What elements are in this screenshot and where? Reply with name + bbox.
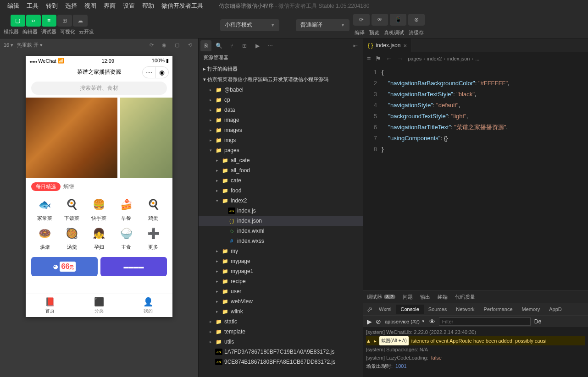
category-item[interactable]: 🐟家常菜 bbox=[31, 197, 58, 222]
tree-item[interactable]: { }index.json bbox=[199, 216, 363, 226]
tree-item[interactable]: ▸📁static bbox=[199, 317, 363, 327]
category-item[interactable]: 🥘汤羹 bbox=[58, 225, 85, 251]
clear-console-icon[interactable]: ⊘ bbox=[376, 318, 381, 325]
clear-cache-button[interactable]: ⊗ bbox=[408, 14, 425, 26]
debug-subtab[interactable]: Sources bbox=[424, 305, 451, 314]
files-icon[interactable]: ⎘ bbox=[200, 40, 211, 51]
tree-item[interactable]: ▸📁template bbox=[199, 327, 363, 337]
context-dropdown[interactable]: appservice (#2) ▼ bbox=[385, 319, 425, 324]
tree-item[interactable]: ▸📁mypage1 bbox=[199, 266, 363, 276]
forward-icon[interactable]: → bbox=[397, 55, 403, 62]
tree-item[interactable]: JS1A7FD9A7867180BF7C19B1A0A9E83172.js bbox=[199, 347, 363, 357]
tree-item[interactable]: ▸📁all_cate bbox=[199, 155, 363, 165]
debugger-toggle[interactable]: ≡ bbox=[42, 15, 56, 27]
tree-item[interactable]: ▸📁cate bbox=[199, 175, 363, 186]
menu-item[interactable]: 设置 bbox=[119, 0, 139, 12]
tree-item[interactable]: ▸📁webView bbox=[199, 296, 363, 306]
filter-input[interactable] bbox=[439, 317, 531, 326]
category-item[interactable]: 🍔快手菜 bbox=[85, 197, 112, 222]
eye-icon[interactable]: 👁 bbox=[429, 318, 435, 325]
editor-tab[interactable]: { } index.json × bbox=[363, 38, 412, 52]
tree-item[interactable]: ▸📁user bbox=[199, 286, 363, 296]
record-icon[interactable]: ◉ bbox=[160, 40, 169, 49]
hot-reload-dropdown[interactable]: 热重载 开 ▾ bbox=[17, 42, 43, 49]
food-image[interactable] bbox=[120, 98, 172, 178]
extensions-icon[interactable]: ⊞ bbox=[239, 40, 250, 51]
tree-item[interactable]: ▸📁image bbox=[199, 115, 363, 125]
promo-banner[interactable]: ◕ 66元 bbox=[31, 257, 98, 276]
back-icon[interactable]: ← bbox=[386, 55, 392, 62]
debug-subtab[interactable]: Network bbox=[451, 305, 479, 314]
daily-pick-pill[interactable]: 每日精选 bbox=[31, 182, 61, 191]
breadcrumb[interactable]: pages ›index2 ›index.json ›... bbox=[408, 56, 479, 61]
category-item[interactable]: 👧孕妇 bbox=[85, 225, 112, 251]
menu-item[interactable]: 编辑 bbox=[4, 0, 23, 12]
visual-toggle[interactable]: ⊞ bbox=[57, 15, 72, 27]
tree-item[interactable]: ◇index.wxml bbox=[199, 226, 363, 236]
menu-item[interactable]: 选择 bbox=[61, 0, 81, 12]
tree-item[interactable]: JS9CE874B1867180BFFA8E1CB67DD83172.js bbox=[199, 357, 363, 367]
inspect-icon[interactable]: ⬀ bbox=[367, 306, 372, 313]
rotate-icon[interactable]: ⟲ bbox=[185, 40, 194, 49]
default-levels[interactable]: De bbox=[534, 318, 541, 325]
tree-item[interactable]: ▸📁images bbox=[199, 125, 363, 135]
tree-item[interactable]: JSindex.js bbox=[199, 206, 363, 216]
more-icon[interactable]: ⋯ bbox=[265, 40, 276, 51]
play-icon[interactable]: ▶ bbox=[367, 318, 372, 325]
compile-dropdown[interactable]: 普通编译▼ bbox=[296, 19, 349, 31]
debug-icon[interactable]: ▶ bbox=[252, 40, 263, 51]
category-item[interactable]: 🍰早餐 bbox=[113, 197, 140, 222]
debug-tab[interactable]: 问题 bbox=[403, 294, 413, 301]
menu-item[interactable]: 转到 bbox=[42, 0, 61, 12]
bookmark-icon[interactable]: ⚑ bbox=[375, 55, 381, 62]
tree-item[interactable]: ▸📁all_food bbox=[199, 165, 363, 175]
tree-item[interactable]: ▸📁wlink bbox=[199, 306, 363, 317]
menu-item[interactable]: 视图 bbox=[81, 0, 100, 12]
debug-tab[interactable]: 终端 bbox=[438, 294, 448, 301]
menu-item[interactable]: 工具 bbox=[23, 0, 42, 12]
capsule-close-icon[interactable]: ◉ bbox=[155, 67, 168, 78]
debug-tab[interactable]: 输出 bbox=[420, 294, 430, 301]
category-item[interactable]: 🍩烘焙 bbox=[31, 225, 58, 251]
screenshot-hint[interactable]: 截图(Alt + A) bbox=[379, 336, 409, 345]
outline-icon[interactable]: ≡ bbox=[367, 55, 371, 62]
tree-item[interactable]: #index.wxss bbox=[199, 236, 363, 246]
preview-button[interactable]: 👁 bbox=[372, 14, 388, 26]
tree-item[interactable]: ▸📁recipe bbox=[199, 276, 363, 286]
zoom-dropdown[interactable]: 16 ▾ bbox=[4, 42, 13, 48]
code-editor[interactable]: { "navigationBarBackgroundColor": "#FFFF… bbox=[382, 65, 510, 290]
tree-item[interactable]: ▸📁data bbox=[199, 105, 363, 115]
category-item[interactable]: 🍚主食 bbox=[113, 225, 140, 251]
project-section[interactable]: ▾ 仿京细菜谱微信小程序源码云开发菜谱微信小程序源码 bbox=[199, 74, 363, 85]
tree-item[interactable]: ▸📁utils bbox=[199, 337, 363, 347]
menu-item[interactable]: 界面 bbox=[100, 0, 119, 12]
tab-item[interactable]: ⬛分类 bbox=[75, 294, 124, 317]
debug-subtab[interactable]: Wxml bbox=[374, 305, 396, 314]
tree-item[interactable]: ▾📁pages bbox=[199, 145, 363, 155]
tree-item[interactable]: ▸📁food bbox=[199, 186, 363, 196]
editor-toggle[interactable]: ‹› bbox=[26, 15, 41, 27]
open-editors-section[interactable]: ▸ 打开的编辑器 bbox=[199, 64, 363, 74]
debug-tab[interactable]: 代码质量 bbox=[455, 294, 475, 301]
menu-item[interactable]: 帮助 bbox=[139, 0, 158, 12]
branch-icon[interactable]: ⑂ bbox=[226, 40, 237, 51]
search-icon[interactable]: 🔍 bbox=[213, 40, 224, 51]
debug-subtab[interactable]: Console bbox=[396, 305, 424, 314]
tab-item[interactable]: 👤我的 bbox=[123, 294, 172, 317]
category-item[interactable]: 🍳鸡蛋 bbox=[140, 197, 167, 222]
debug-subtab[interactable]: AppD bbox=[544, 305, 566, 314]
cloud-toggle[interactable]: ☁ bbox=[73, 15, 88, 27]
menu-item[interactable]: 微信开发者工具 bbox=[158, 0, 207, 12]
promo-banner[interactable]: ▬▬▬▬ bbox=[100, 257, 167, 276]
debug-tab[interactable]: 调试器 3, 7 bbox=[367, 294, 395, 301]
tree-item[interactable]: ▸📁my bbox=[199, 246, 363, 256]
explorer-more-icon[interactable]: ⋯ bbox=[353, 55, 358, 60]
compile-button[interactable]: ⟳ bbox=[353, 14, 370, 26]
refresh-icon[interactable]: ⟳ bbox=[147, 40, 156, 49]
close-tab-icon[interactable]: × bbox=[403, 42, 407, 49]
tree-item[interactable]: ▸📁cp bbox=[199, 95, 363, 105]
category-item[interactable]: ➕更多 bbox=[140, 225, 167, 251]
mode-dropdown[interactable]: 小程序模式▼ bbox=[220, 19, 279, 31]
debug-subtab[interactable]: Memory bbox=[517, 305, 545, 314]
tree-item[interactable]: ▾📁index2 bbox=[199, 196, 363, 206]
